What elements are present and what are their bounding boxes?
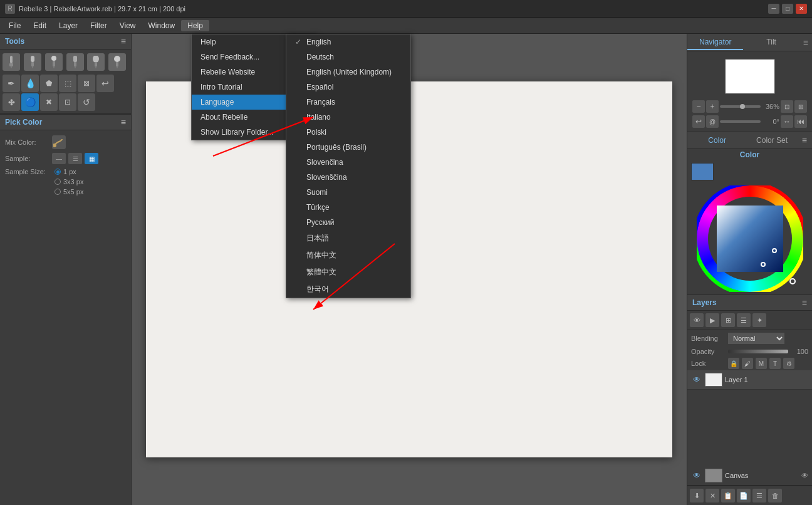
close-button[interactable]: ✕ [796, 4, 807, 14]
tool-rotate[interactable]: ↺ [78, 93, 95, 111]
tools-menu-button[interactable]: ≡ [121, 36, 126, 46]
color-picker-handle2[interactable] [761, 262, 766, 267]
lang-polski[interactable]: Polski [286, 125, 410, 140]
lang-suomi[interactable]: Suomi [286, 185, 410, 200]
size-5px[interactable]: 5x5 px [55, 188, 83, 195]
lang-english-uk[interactable]: English (United Kingdom) [286, 65, 410, 80]
lock-other[interactable]: ⚙ [783, 358, 794, 369]
menu-filter[interactable]: Filter [84, 20, 113, 31]
size-5px-radio[interactable] [55, 189, 61, 195]
tool-undo[interactable]: ↩ [96, 75, 114, 92]
menu-window[interactable]: Window [142, 20, 182, 31]
tool-select1[interactable]: ⬚ [59, 75, 76, 92]
lang-italiano[interactable]: Italiano [286, 110, 410, 125]
lang-russian[interactable]: Русский [286, 215, 410, 230]
minimize-button[interactable]: ─ [768, 4, 779, 14]
camera-button[interactable]: @ [706, 115, 719, 128]
layer-add-btn[interactable]: 📄 [737, 489, 751, 502]
tool-move[interactable]: ✤ [3, 93, 20, 111]
sample-btn-single[interactable]: — [52, 153, 66, 164]
tab-navigator[interactable]: Navigator [687, 35, 743, 50]
menu-file[interactable]: File [3, 20, 27, 31]
lang-portugues[interactable]: Português (Brasil) [286, 140, 410, 155]
layer-tool-visibility[interactable]: 👁 [690, 313, 704, 327]
tool-eyedrop[interactable]: 🔵 [21, 93, 39, 111]
menu-layer[interactable]: Layer [53, 20, 84, 31]
fit-button[interactable]: ⊡ [781, 100, 793, 113]
zoom-in-button[interactable]: + [706, 100, 719, 113]
blend-select[interactable]: Normal Multiply Screen Overlay [728, 333, 784, 344]
layer-trash-btn[interactable]: 🗑 [768, 489, 782, 502]
hue-indicator[interactable] [789, 278, 796, 284]
navigator-menu-btn[interactable]: ≡ [799, 38, 812, 48]
tool-brush4[interactable] [66, 53, 84, 71]
menu-view[interactable]: View [113, 20, 142, 31]
canvas-row[interactable]: 👁 Canvas 👁 [687, 466, 812, 486]
tool-pen[interactable]: ✒ [3, 75, 20, 92]
layer-tool-merge[interactable]: ⊞ [721, 313, 735, 327]
tool-brush5[interactable] [87, 53, 105, 71]
window-controls[interactable]: ─ □ ✕ [768, 4, 807, 14]
layer-duplicate-btn[interactable]: 📋 [721, 489, 735, 502]
tool-smudge2[interactable]: ⊡ [59, 93, 76, 111]
mirror-button[interactable]: ↔ [781, 115, 793, 128]
layer-delete-btn[interactable]: ✕ [705, 489, 719, 502]
rotate-slider[interactable] [720, 120, 761, 123]
layer-tool-fx[interactable]: ✦ [752, 313, 766, 327]
tab-color[interactable]: Color [690, 133, 744, 147]
lock-text[interactable]: T [769, 358, 781, 369]
flip-button[interactable]: ⏮ [794, 115, 807, 128]
mix-color-icon[interactable] [52, 135, 66, 149]
tool-brush6[interactable] [108, 53, 126, 71]
lang-francais[interactable]: Français [286, 95, 410, 110]
zoom-handle[interactable] [740, 104, 745, 109]
pick-color-menu-button[interactable]: ≡ [121, 117, 126, 127]
sample-btn-grid[interactable]: ▦ [85, 153, 98, 164]
rotate-ccw-button[interactable]: ↩ [692, 115, 705, 128]
tool-select2[interactable]: ⊠ [78, 75, 95, 92]
tool-brush3[interactable] [45, 53, 63, 71]
lock-move[interactable]: M [756, 358, 767, 369]
lock-transparency[interactable]: 🔒 [728, 358, 739, 369]
lang-chinese-simplified[interactable]: 简体中文 [286, 247, 410, 264]
tool-dropper[interactable]: 💧 [21, 75, 39, 92]
opacity-slider[interactable] [728, 350, 788, 353]
tool-fill[interactable]: ⬟ [40, 75, 58, 92]
layers-menu-btn[interactable]: ≡ [802, 298, 807, 308]
lang-chinese-traditional[interactable]: 繁體中文 [286, 264, 410, 281]
size-1px[interactable]: 1 px [55, 168, 83, 175]
layer-tool-stack[interactable]: ☰ [737, 313, 751, 327]
tool-brush1[interactable] [3, 53, 20, 71]
menu-edit[interactable]: Edit [27, 20, 53, 31]
size-3px-radio[interactable] [55, 179, 61, 185]
layer-tool-play[interactable]: ▶ [705, 313, 719, 327]
tool-smudge1[interactable]: ✖ [40, 93, 58, 111]
maximize-button[interactable]: □ [782, 4, 793, 14]
zoom-out-button[interactable]: − [692, 100, 705, 113]
tab-tilt[interactable]: Tilt [743, 35, 799, 50]
tool-brush2[interactable] [24, 53, 41, 71]
lang-english[interactable]: ✓ English [286, 34, 410, 49]
sample-btn-multi[interactable]: ☰ [68, 153, 82, 164]
canvas-eye-icon[interactable]: 👁 [691, 470, 702, 481]
lang-slovenscina[interactable]: Slovenščina [286, 170, 410, 185]
layer-group-btn[interactable]: ☰ [752, 489, 766, 502]
color-menu-btn[interactable]: ≡ [799, 135, 809, 145]
fullscreen-button[interactable]: ⊞ [794, 100, 807, 113]
lang-turkce[interactable]: Türkçe [286, 200, 410, 215]
color-wheel-container[interactable] [697, 185, 803, 292]
lang-japanese[interactable]: 日本語 [286, 230, 410, 247]
color-square[interactable] [717, 206, 783, 272]
size-3px[interactable]: 3x3 px [55, 178, 83, 185]
layer-row-1[interactable]: 👁 Layer 1 [687, 370, 812, 390]
menu-help[interactable]: Help [181, 20, 209, 31]
lang-deutsch[interactable]: Deutsch [286, 49, 410, 65]
color-picker-handle[interactable] [772, 248, 777, 253]
layer-settings-btn[interactable]: ⬇ [690, 489, 704, 502]
canvas-view-icon[interactable]: 👁 [801, 472, 808, 479]
lock-paint[interactable]: 🖌 [742, 358, 753, 369]
lang-korean[interactable]: 한국어 [286, 281, 410, 298]
color-swatch[interactable] [691, 163, 714, 180]
layer-eye-icon[interactable]: 👁 [691, 374, 702, 385]
zoom-slider[interactable] [720, 105, 761, 108]
